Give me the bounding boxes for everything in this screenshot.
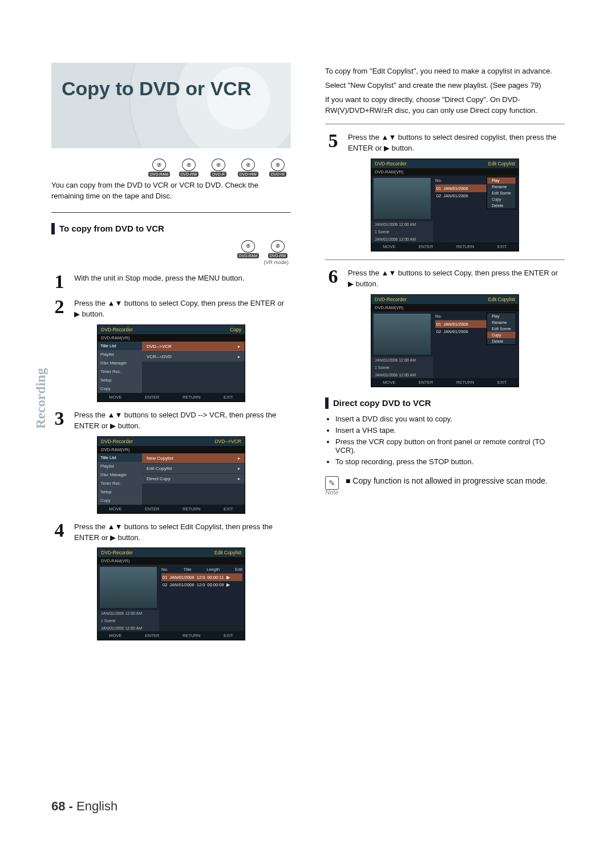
step-number: 4 bbox=[51, 522, 67, 543]
disc-badge: ⦿DVD-RW bbox=[265, 240, 291, 258]
note-text: ■ Copy function is not allowed in progre… bbox=[346, 476, 548, 485]
step-body: Press the ▲▼ buttons to select Copy, the… bbox=[348, 268, 565, 290]
heading-bar bbox=[51, 223, 55, 234]
right-column: To copy from "Edit Copylist", you need t… bbox=[325, 63, 565, 643]
step-3: 3 Press the ▲▼ buttons to select DVD -->… bbox=[51, 410, 291, 432]
osd-screenshot-edit-copylist: DVD-RecorderEdit Copylist DVD-RAM(VR) JA… bbox=[97, 547, 245, 640]
step-body: Press the ▲▼ buttons to select desired c… bbox=[348, 132, 565, 154]
list-item: Insert a VHS tape. bbox=[335, 426, 565, 435]
step-body: With the unit in Stop mode, press the ME… bbox=[74, 273, 291, 291]
page-footer: 68 - English bbox=[51, 799, 117, 814]
right-intro-1: To copy from "Edit Copylist", you need t… bbox=[325, 66, 565, 77]
page-number: 68 bbox=[51, 799, 65, 813]
list-item: Insert a DVD disc you want to copy. bbox=[335, 415, 565, 423]
note-block: ✎ Note ■ Copy function is not allowed in… bbox=[325, 476, 565, 496]
separator bbox=[325, 124, 565, 124]
vr-mode-label: (VR mode) bbox=[51, 259, 289, 265]
note-label: Note bbox=[325, 489, 339, 496]
step-4: 4 Press the ▲▼ buttons to select Edit Co… bbox=[51, 522, 291, 543]
disc-badge: ⦿DVD+R bbox=[265, 159, 291, 177]
osd-screenshot-copylist-copy: DVD-RecorderEdit Copylist DVD-RAM(VR) JA… bbox=[371, 294, 519, 387]
preview-thumbnail bbox=[374, 314, 431, 355]
left-column: Copy to DVD or VCR ⦿DVD-RAM ⦿DVD-RW ⦿DVD… bbox=[51, 63, 291, 643]
section-1-title: To copy from DVD to VCR bbox=[59, 224, 164, 233]
step-number: 2 bbox=[51, 298, 67, 320]
separator bbox=[51, 212, 291, 213]
disc-badge: ⦿DVD-RAM bbox=[146, 159, 172, 177]
section-1-heading: To copy from DVD to VCR bbox=[51, 223, 291, 234]
step-body: Press the ▲▼ buttons to select DVD --> V… bbox=[74, 410, 291, 432]
step-2: 2 Press the ▲▼ buttons to select Copy, t… bbox=[51, 298, 291, 320]
right-intro-3: If you want to copy directly, choose "Di… bbox=[325, 95, 565, 116]
disc-badge-row: ⦿DVD-RAM ⦿DVD-RW ⦿DVD-R ⦿DVD+RW ⦿DVD+R bbox=[51, 159, 291, 177]
disc-badge: ⦿DVD-RW bbox=[176, 159, 202, 177]
note-icon: ✎ bbox=[325, 476, 339, 490]
step-number: 6 bbox=[325, 268, 341, 290]
section-2-heading: Direct copy DVD to VCR bbox=[325, 397, 565, 409]
hero-title: Copy to DVD or VCR bbox=[62, 78, 251, 100]
disc-badge: ⦿DVD+RW bbox=[235, 159, 261, 177]
separator bbox=[325, 259, 565, 260]
intro-text: You can copy from the DVD to VCR or VCR … bbox=[51, 180, 291, 202]
disc-badge: ⦿DVD-R bbox=[205, 159, 232, 177]
step-6: 6 Press the ▲▼ buttons to select Copy, t… bbox=[325, 268, 565, 290]
direct-copy-list: Insert a DVD disc you want to copy. Inse… bbox=[326, 415, 565, 466]
step-number: 3 bbox=[51, 410, 67, 432]
step-body: Press the ▲▼ buttons to select Copy, the… bbox=[74, 298, 291, 320]
section-disc-badge-row: ⦿DVD-RAM ⦿DVD-RW bbox=[51, 240, 291, 258]
right-intro-2: Select "New Copylist" and create the new… bbox=[325, 80, 565, 91]
list-item: Press the VCR copy button on front panel… bbox=[335, 437, 565, 455]
disc-graphic bbox=[129, 63, 291, 148]
osd-screenshot-copy: DVD-RecorderCopy DVD-RAM(VR) Title List … bbox=[97, 324, 245, 402]
preview-thumbnail bbox=[374, 178, 431, 219]
osd-screenshot-dvd-vcr: DVD-RecorderDVD-->VCR DVD-RAM(VR) Title … bbox=[97, 436, 245, 514]
step-number: 5 bbox=[325, 132, 341, 154]
side-tab: Recording bbox=[33, 368, 48, 429]
hero-box: Copy to DVD or VCR bbox=[51, 63, 291, 148]
page-language: English bbox=[76, 799, 117, 813]
step-number: 1 bbox=[51, 273, 67, 291]
preview-thumbnail bbox=[100, 567, 157, 608]
step-body: Press the ▲▼ buttons to select Edit Copy… bbox=[74, 522, 291, 543]
list-item: To stop recording, press the STOP button… bbox=[335, 457, 565, 466]
heading-bar bbox=[325, 397, 329, 409]
osd-screenshot-copylist-popup: DVD-RecorderEdit Copylist DVD-RAM(VR) JA… bbox=[371, 159, 519, 251]
section-2-title: Direct copy DVD to VCR bbox=[333, 398, 431, 408]
disc-badge: ⦿DVD-RAM bbox=[235, 240, 261, 258]
step-5: 5 Press the ▲▼ buttons to select desired… bbox=[325, 132, 565, 154]
step-1: 1 With the unit in Stop mode, press the … bbox=[51, 273, 291, 291]
